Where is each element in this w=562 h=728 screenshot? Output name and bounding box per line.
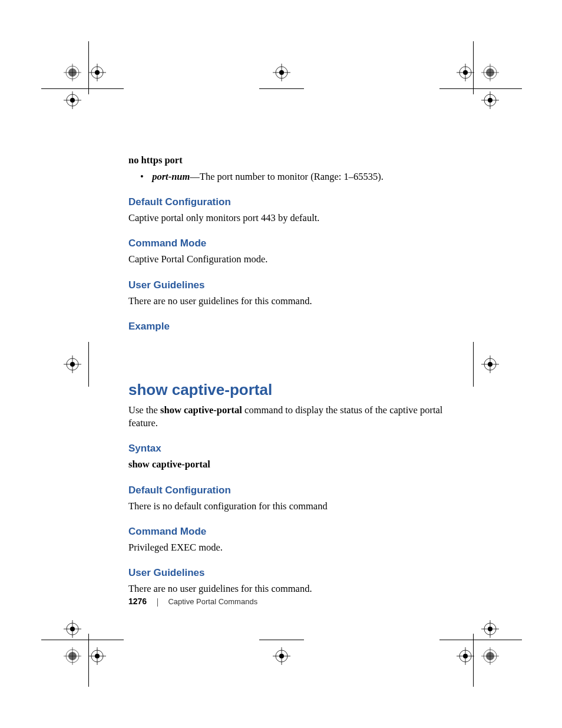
heading-example: Example — [128, 321, 447, 332]
crop-mark — [88, 342, 89, 387]
registration-target-icon — [88, 647, 106, 665]
registration-target-icon — [481, 620, 499, 638]
crop-mark — [41, 640, 124, 640]
text-command-mode-2: Privileged EXEC mode. — [128, 541, 447, 554]
param-desc: —The port number to monitor (Range: 1–65… — [190, 171, 384, 182]
registration-target-icon — [273, 64, 290, 81]
registration-target-icon — [64, 620, 81, 638]
heading-syntax: Syntax — [128, 443, 447, 454]
syntax-text: show captive-portal — [128, 458, 447, 471]
heading-default-config: Default Configuration — [128, 196, 447, 208]
param-name: port-num — [152, 171, 190, 182]
text-user-guidelines-2: There are no user guidelines for this co… — [128, 582, 447, 595]
command-intro: Use the show captive-portal command to d… — [128, 404, 447, 430]
registration-target-icon — [64, 91, 81, 109]
heading-user-guidelines-2: User Guidelines — [128, 567, 447, 579]
heading-default-config-2: Default Configuration — [128, 485, 447, 496]
registration-target-icon — [481, 647, 499, 665]
registration-target-icon — [481, 64, 499, 81]
intro-pre: Use the — [128, 404, 160, 416]
registration-target-icon — [273, 647, 290, 665]
heading-user-guidelines: User Guidelines — [128, 279, 447, 291]
heading-command-mode-2: Command Mode — [128, 526, 447, 538]
crop-mark — [259, 88, 304, 89]
registration-target-icon — [481, 355, 499, 373]
bullet-icon: • — [140, 170, 150, 183]
text-default-config: Captive portal only monitors port 443 by… — [128, 212, 447, 225]
crop-mark — [439, 640, 522, 640]
crop-mark — [41, 88, 124, 89]
chapter-title: Captive Portal Commands — [168, 597, 257, 606]
intro-bold: show captive-portal — [160, 404, 242, 416]
crop-mark — [473, 342, 474, 387]
registration-target-icon — [457, 64, 474, 81]
registration-target-icon — [457, 647, 474, 665]
registration-target-icon — [481, 91, 499, 109]
heading-command-mode: Command Mode — [128, 238, 447, 249]
page-body: no https port • port-num—The port number… — [128, 154, 447, 595]
page-footer: 1276 Captive Portal Commands — [128, 597, 257, 607]
crop-mark — [259, 640, 304, 640]
text-user-guidelines: There are no user guidelines for this co… — [128, 295, 447, 308]
page-number: 1276 — [128, 597, 147, 606]
text-default-config-2: There is no default configuration for th… — [128, 500, 447, 513]
registration-target-icon — [64, 355, 81, 373]
crop-mark — [439, 88, 522, 89]
registration-target-icon — [64, 647, 81, 665]
text-command-mode: Captive Portal Configuration mode. — [128, 253, 447, 266]
command-title: show captive-portal — [128, 381, 447, 399]
footer-divider — [157, 598, 158, 607]
parameter-bullet: • port-num—The port number to monitor (R… — [128, 170, 447, 183]
registration-target-icon — [88, 64, 106, 81]
syntax-line: no https port — [128, 154, 447, 166]
registration-target-icon — [64, 64, 81, 81]
